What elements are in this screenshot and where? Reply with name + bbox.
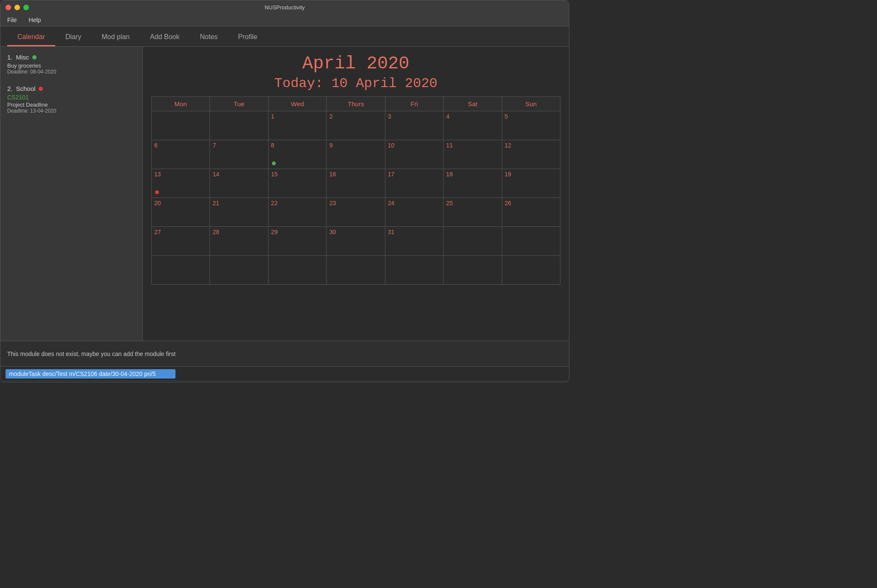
- task-category-1: Misc: [16, 54, 29, 61]
- sidebar: 1. Misc Buy groceries Deadline: 08-04-20…: [0, 47, 143, 341]
- task-desc-2: Project Deadline: [7, 102, 136, 108]
- cal-cell[interactable]: 13: [152, 169, 210, 198]
- task-category-2: School: [16, 85, 36, 92]
- status-message: This module does not exist, maybe you ca…: [7, 351, 175, 357]
- cal-cell[interactable]: 22: [268, 198, 326, 227]
- window-title: NUSProductivity: [265, 4, 305, 11]
- cal-cell[interactable]: [327, 256, 385, 285]
- calendar-grid: Mon Tue Wed Thurs Fri Sat Sun 1234567891…: [151, 96, 560, 285]
- cal-cell[interactable]: 9: [327, 140, 385, 169]
- cal-cell[interactable]: [210, 111, 268, 140]
- cal-cell[interactable]: [152, 256, 210, 285]
- col-mon: Mon: [152, 97, 210, 111]
- calendar-title: April 2020: [151, 54, 560, 74]
- cal-cell[interactable]: [210, 256, 268, 285]
- tab-calendar[interactable]: Calendar: [7, 29, 55, 46]
- cal-cell[interactable]: 29: [268, 227, 326, 256]
- cal-cell[interactable]: 1: [268, 111, 326, 140]
- cal-cell[interactable]: [502, 227, 560, 256]
- cal-cell[interactable]: 23: [327, 198, 385, 227]
- task-desc-1: Buy groceries: [7, 62, 136, 69]
- cal-cell[interactable]: 12: [502, 140, 560, 169]
- cal-cell[interactable]: [444, 227, 502, 256]
- filepath-text: ./data/addressbook.json: [6, 382, 59, 382]
- cal-cell[interactable]: 15: [268, 169, 326, 198]
- cal-cell[interactable]: 16: [327, 169, 385, 198]
- task-deadline-2: Deadline: 13-04-2020: [7, 108, 136, 114]
- window-controls: [6, 5, 29, 10]
- task-item-2: 2. School CS2101 Project Deadline Deadli…: [7, 85, 136, 114]
- col-thurs: Thurs: [327, 97, 385, 111]
- cal-cell[interactable]: 2: [327, 111, 385, 140]
- task-dot-1: [32, 55, 37, 59]
- menu-file[interactable]: File: [6, 16, 19, 24]
- command-input[interactable]: [6, 369, 175, 379]
- calendar-area: April 2020 Today: 10 April 2020 Mon Tue …: [143, 47, 569, 341]
- cal-cell[interactable]: 24: [385, 198, 443, 227]
- cal-cell[interactable]: 3: [385, 111, 443, 140]
- col-fri: Fri: [385, 97, 443, 111]
- cal-cell[interactable]: [385, 256, 443, 285]
- col-sat: Sat: [444, 97, 502, 111]
- task-item-1: 1. Misc Buy groceries Deadline: 08-04-20…: [7, 54, 136, 75]
- calendar-dot: [155, 190, 159, 194]
- cal-cell[interactable]: 31: [385, 227, 443, 256]
- filepath: ./data/addressbook.json: [0, 381, 569, 382]
- main-content: 1. Misc Buy groceries Deadline: 08-04-20…: [0, 47, 569, 341]
- cal-cell[interactable]: [502, 256, 560, 285]
- task-dot-2: [39, 87, 43, 91]
- tab-addbook[interactable]: Add Book: [140, 29, 190, 46]
- tab-diary[interactable]: Diary: [55, 29, 91, 46]
- close-button[interactable]: [6, 5, 11, 10]
- task-name-2: CS2101: [7, 94, 136, 101]
- task-header-2: 2. School: [7, 85, 136, 92]
- task-header-1: 1. Misc: [7, 54, 136, 61]
- cal-cell[interactable]: [444, 256, 502, 285]
- tab-profile[interactable]: Profile: [228, 29, 267, 46]
- cal-cell[interactable]: 18: [444, 169, 502, 198]
- cal-cell[interactable]: 17: [385, 169, 443, 198]
- nav-bar: Calendar Diary Mod plan Add Book Notes P…: [0, 26, 569, 47]
- cal-cell[interactable]: 19: [502, 169, 560, 198]
- status-bar: This module does not exist, maybe you ca…: [0, 341, 569, 366]
- cal-cell[interactable]: 28: [210, 227, 268, 256]
- command-bar[interactable]: [0, 366, 569, 381]
- cal-cell[interactable]: 14: [210, 169, 268, 198]
- title-bar: NUSProductivity: [0, 0, 569, 14]
- cal-cell[interactable]: 30: [327, 227, 385, 256]
- task-num-1: 1.: [7, 54, 13, 61]
- cal-cell[interactable]: 10: [385, 140, 443, 169]
- col-wed: Wed: [268, 97, 326, 111]
- cal-cell[interactable]: 11: [444, 140, 502, 169]
- minimize-button[interactable]: [14, 5, 20, 10]
- cal-cell[interactable]: 20: [152, 198, 210, 227]
- menu-bar: File Help: [0, 14, 569, 26]
- task-deadline-1: Deadline: 08-04-2020: [7, 69, 136, 75]
- cal-cell[interactable]: 27: [152, 227, 210, 256]
- calendar-dot: [272, 161, 276, 165]
- maximize-button[interactable]: [23, 5, 29, 10]
- cal-cell[interactable]: [268, 256, 326, 285]
- tab-modplan[interactable]: Mod plan: [91, 29, 140, 46]
- task-num-2: 2.: [7, 85, 13, 92]
- cal-cell[interactable]: [152, 111, 210, 140]
- cal-cell[interactable]: 26: [502, 198, 560, 227]
- cal-cell[interactable]: 21: [210, 198, 268, 227]
- cal-cell[interactable]: 6: [152, 140, 210, 169]
- col-sun: Sun: [502, 97, 560, 111]
- cal-cell[interactable]: 8: [268, 140, 326, 169]
- cal-cell[interactable]: 4: [444, 111, 502, 140]
- calendar-today: Today: 10 April 2020: [151, 76, 560, 91]
- cal-cell[interactable]: 7: [210, 140, 268, 169]
- cal-cell[interactable]: 5: [502, 111, 560, 140]
- col-tue: Tue: [210, 97, 268, 111]
- cal-cell[interactable]: 25: [444, 198, 502, 227]
- menu-help[interactable]: Help: [27, 16, 43, 24]
- tab-notes[interactable]: Notes: [190, 29, 228, 46]
